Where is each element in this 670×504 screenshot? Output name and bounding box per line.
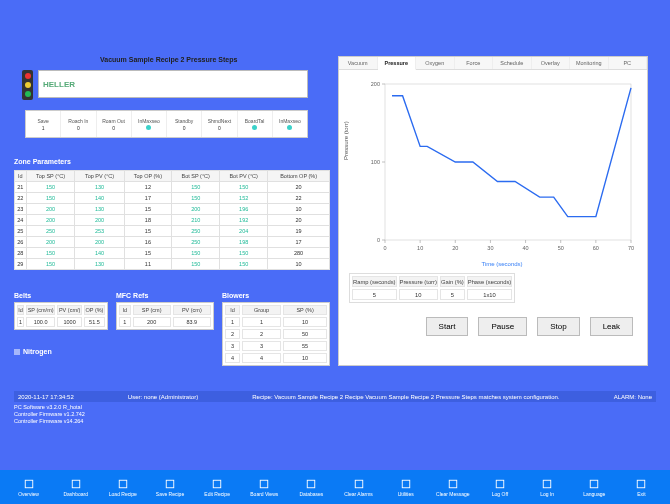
cell: 210: [172, 215, 220, 226]
cell: 24: [15, 215, 27, 226]
cell: 250: [26, 226, 75, 237]
summary-label: Roach In: [68, 118, 88, 124]
toolbar-load-recipe[interactable]: Load Recipe: [100, 478, 145, 497]
summary-label: Standby: [175, 118, 193, 124]
summary-value: 0: [112, 125, 115, 131]
mfc-title: MFC Refs: [116, 292, 148, 299]
toolbar-log-in[interactable]: Log In: [525, 478, 570, 497]
tab-schedule[interactable]: Schedule: [493, 57, 532, 69]
toolbar-label: Exit: [637, 491, 645, 497]
toolbar-clear-alarms[interactable]: Clear Alarms: [336, 478, 381, 497]
cell: 15: [124, 204, 172, 215]
cell: 4: [242, 353, 281, 363]
indicator-dot: [287, 125, 292, 130]
footer-line2: Controller Firmware v1.2.742: [14, 411, 85, 418]
toolbar-dashboard[interactable]: Dashboard: [53, 478, 98, 497]
toolbar-label: Save Recipe: [156, 491, 184, 497]
toolbar-exit[interactable]: Exit: [619, 478, 664, 497]
cell: 55: [283, 341, 327, 351]
svg-text:40: 40: [523, 245, 529, 251]
tab-monitoring[interactable]: Monitoring: [570, 57, 609, 69]
summary-cell-7: InMaxseo: [273, 111, 307, 137]
col-header: Bottom OP (%): [268, 171, 330, 182]
cell: 1: [225, 317, 240, 327]
toolbar-clear-message[interactable]: Clear Message: [430, 478, 475, 497]
blowers-table: IdGroupSP (%)1110225033554410: [222, 302, 330, 366]
cell: 10: [268, 259, 330, 270]
cell: 150: [26, 248, 75, 259]
toolbar-log-off[interactable]: Log Off: [477, 478, 522, 497]
cell: 1x10: [467, 289, 513, 300]
cell: 200: [75, 237, 124, 248]
toolbar-utilities[interactable]: Utilities: [383, 478, 428, 497]
toolbar-label: Clear Message: [436, 491, 470, 497]
cell: 150: [26, 193, 75, 204]
cell: 196: [220, 204, 268, 215]
cell: 17: [268, 237, 330, 248]
traffic-red: [25, 73, 31, 79]
cell: 3: [242, 341, 281, 351]
toolbar-board-views[interactable]: Board Views: [242, 478, 287, 497]
toolbar-language[interactable]: Language: [572, 478, 617, 497]
status-bar: 2020-11-17 17:34:52 User: none (Administ…: [14, 391, 656, 402]
col-header: Id: [225, 305, 240, 315]
pause-button[interactable]: Pause: [478, 317, 527, 336]
svg-rect-23: [25, 480, 33, 488]
cell: 150: [172, 182, 220, 193]
tabs: VacuumPressureOxygenForceScheduleOverlay…: [339, 57, 647, 70]
col-header: Top OP (%): [124, 171, 172, 182]
svg-rect-28: [261, 480, 269, 488]
cell: 250: [172, 237, 220, 248]
cell: 100.0: [26, 317, 55, 327]
col-header: Top PV (°C): [75, 171, 124, 182]
svg-rect-32: [449, 480, 457, 488]
cell: 150: [26, 259, 75, 270]
table-row: 221501401715015222: [15, 193, 330, 204]
summary-value: 0: [183, 125, 186, 131]
svg-text:100: 100: [371, 159, 380, 165]
col-header: SP (cm/m): [26, 305, 55, 315]
table-row: 4410: [225, 353, 327, 363]
cell: 280: [268, 248, 330, 259]
tab-force[interactable]: Force: [455, 57, 494, 69]
start-button[interactable]: Start: [426, 317, 469, 336]
table-row: 2250: [225, 329, 327, 339]
toolbar-icon: [305, 478, 317, 490]
svg-rect-36: [638, 480, 646, 488]
col-header: Group: [242, 305, 281, 315]
cell: 130: [75, 259, 124, 270]
cell: 130: [75, 182, 124, 193]
toolbar-overview[interactable]: Overview: [6, 478, 51, 497]
footer-info: PC Software v3.2.0 R_hotal Controller Fi…: [14, 404, 85, 425]
svg-rect-26: [166, 480, 174, 488]
summary-value: 1: [42, 125, 45, 131]
toolbar-icon: [211, 478, 223, 490]
cell: 25: [15, 226, 27, 237]
control-row: Start Pause Stop Leak: [339, 303, 647, 336]
toolbar-icon: [400, 478, 412, 490]
svg-rect-31: [402, 480, 410, 488]
toolbar-edit-recipe[interactable]: Edit Recipe: [195, 478, 240, 497]
toolbar-databases[interactable]: Databases: [289, 478, 334, 497]
cell: 15: [124, 226, 172, 237]
tab-pressure[interactable]: Pressure: [378, 57, 417, 70]
tab-vacuum[interactable]: Vacuum: [339, 57, 378, 69]
summary-label: InMaxseo: [279, 118, 301, 124]
svg-rect-29: [308, 480, 316, 488]
toolbar-save-recipe[interactable]: Save Recipe: [147, 478, 192, 497]
table-row: 120083.9: [119, 317, 211, 327]
tab-oxygen[interactable]: Oxygen: [416, 57, 455, 69]
stop-button[interactable]: Stop: [537, 317, 579, 336]
traffic-green: [25, 91, 31, 97]
toolbar-label: Log Off: [492, 491, 508, 497]
summary-cell-4: Standby0: [167, 111, 202, 137]
brand-box: HELLER: [38, 70, 308, 98]
tab-pc[interactable]: PC: [609, 57, 648, 69]
toolbar-icon: [494, 478, 506, 490]
tab-overlay[interactable]: Overlay: [532, 57, 571, 69]
cell: 21: [15, 182, 27, 193]
table-row: 262002001625019817: [15, 237, 330, 248]
col-header: OP (%): [84, 305, 105, 315]
svg-rect-34: [543, 480, 551, 488]
leak-button[interactable]: Leak: [590, 317, 633, 336]
